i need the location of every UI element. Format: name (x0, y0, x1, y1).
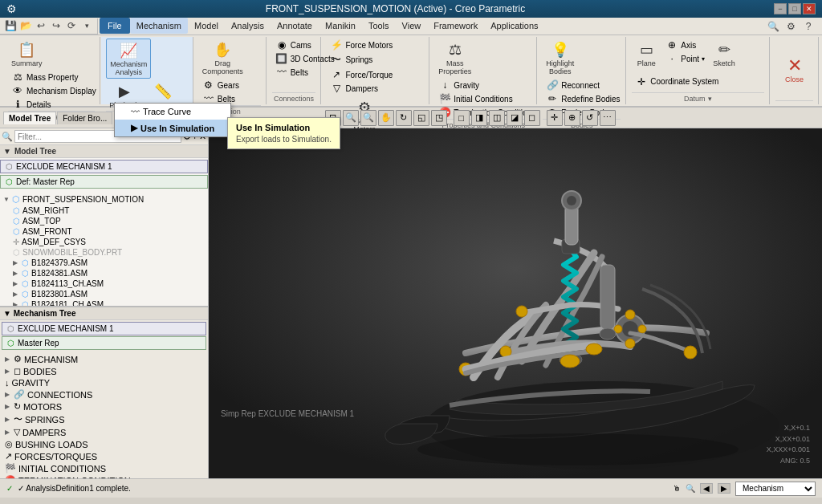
undo-qat-button[interactable]: ↩ (34, 18, 48, 33)
shading-button[interactable]: ◨ (471, 110, 487, 126)
menu-annotate[interactable]: Annotate (271, 18, 319, 34)
mech-item-motors[interactable]: ▶↻ MOTORS (2, 400, 206, 413)
plane-button[interactable]: ▭ Plane (632, 39, 661, 69)
tooltip-description: Export loads to Simulation. (236, 135, 332, 144)
view2-button[interactable]: ◳ (431, 110, 447, 126)
mech-item-bodies[interactable]: ▶◻ BODIES (2, 365, 206, 377)
zoom-out-button[interactable]: 🔍 (360, 110, 376, 126)
redo-qat-button[interactable]: ↪ (49, 18, 63, 33)
datum-display-button[interactable]: ✛ (547, 110, 563, 126)
tree-item-asm-right[interactable]: ⬡ ASM_RIGHT (2, 205, 206, 216)
settings-button[interactable]: ⚙ (783, 19, 798, 34)
force-motors-button[interactable]: ⚡Force Motors (327, 39, 396, 51)
display-mode-button[interactable]: □ (454, 110, 470, 126)
mechanism-selector[interactable]: Mechanism (735, 482, 816, 496)
mech-item-initial[interactable]: 🏁 INITIAL CONDITIONS (2, 462, 206, 474)
more-view-button[interactable]: ⋯ (600, 110, 616, 126)
belts-connections-button[interactable]: 〰Belts (272, 66, 311, 79)
menu-mechanism[interactable]: Mechanism (130, 18, 188, 34)
model-tree-tab[interactable]: Model Tree (3, 112, 56, 124)
menu-tools[interactable]: Tools (362, 18, 396, 34)
search-button[interactable]: 🔍 (766, 19, 780, 34)
initial-conditions-button[interactable]: 🏁Initial Conditions (435, 92, 539, 105)
mech-item-gravity[interactable]: ↓ GRAVITY (2, 377, 206, 388)
refresh-qat-button[interactable]: ⟳ (64, 18, 79, 33)
viewport[interactable]: Simp Rep EXCLUDE MECHANISM 1 X,X+0.1X,XX… (209, 128, 822, 478)
ribbon-group-properties: ⚖ MassProperties ↓Gravity 🏁Initial Condi… (430, 37, 537, 104)
tree-item-b1823801[interactable]: ▶⬡ B1823801.ASM (2, 289, 206, 299)
tree-item-asm-top[interactable]: ⬡ ASM_TOP (2, 216, 206, 226)
cams-button[interactable]: ◉Cams (272, 39, 315, 51)
mechanism-display-button[interactable]: 👁Mechanism Display (8, 84, 100, 97)
mech-item-springs[interactable]: ▶〜 SPRINGS (2, 413, 206, 426)
menu-view[interactable]: View (396, 18, 428, 34)
use-in-simulation-menu-item[interactable]: ▶ Use In Simulation (115, 120, 230, 136)
summary-button[interactable]: 📋 Summary (8, 39, 46, 69)
reconnect-button[interactable]: 🔗Reconnect (543, 79, 623, 91)
left-panel: 🔍 ⚙ + ✕ ▼ Model Tree ⬡ EXCLUDE MECHANISM… (0, 128, 209, 478)
view1-button[interactable]: ◱ (413, 110, 429, 126)
tree-item-b1824381[interactable]: ▶⬡ B1824381.ASM (2, 268, 206, 278)
folder-browser-tab[interactable]: Folder Bro... (57, 112, 112, 124)
minimize-button[interactable]: − (774, 3, 787, 14)
springs-button[interactable]: 〜Springs (327, 52, 396, 67)
mech-item-mechanism[interactable]: ▶⚙ MECHANISM (2, 353, 206, 365)
model-tree-collapse-icon[interactable]: ▼ (3, 147, 11, 156)
coordinate-system-button[interactable]: ✛Coordinate System (632, 75, 722, 88)
mech-item-dampers[interactable]: ▶▽ DAMPERS (2, 426, 206, 438)
menu-manikin[interactable]: Manikin (319, 18, 362, 34)
trace-curve-menu-item[interactable]: 〰 Trace Curve (115, 104, 230, 120)
pan-button[interactable]: ✋ (378, 110, 394, 126)
menu-analysis[interactable]: Analysis (225, 18, 271, 34)
gravity-button[interactable]: ↓Gravity (435, 79, 539, 91)
mech-item-connections[interactable]: ▶🔗 CONNECTIONS (2, 388, 206, 400)
tree-item-front-suspension[interactable]: ▼ ⬡ FRONT_SUSPENSION_MOTION (2, 193, 206, 205)
csys-display-button[interactable]: ⊕ (564, 110, 580, 126)
help-button[interactable]: ? (801, 19, 816, 34)
point-ribbon-button[interactable]: ·Point ▾ (662, 52, 708, 65)
close-ribbon-button[interactable]: ✕ Close (780, 55, 809, 85)
highlight-bodies-button[interactable]: 💡 HighlightBodies (543, 39, 577, 77)
details-button[interactable]: ℹDetails (8, 98, 100, 111)
tree-item-asm-front[interactable]: ⬡ ASM_FRONT (2, 226, 206, 237)
mass-properties-button[interactable]: ⚖ MassProperties (435, 39, 474, 77)
edge-button[interactable]: ◫ (489, 110, 505, 126)
use-in-simulation-label: Use In Simulation (140, 124, 214, 133)
menu-framework[interactable]: Framework (427, 18, 484, 34)
save-qat-button[interactable]: 💾 (3, 18, 18, 33)
datum-group-label[interactable]: Datum ▾ (632, 92, 764, 103)
tree-item-asm-def-csys[interactable]: ✛ ASM_DEF_CSYS (2, 237, 206, 247)
menu-applications[interactable]: Applications (484, 18, 544, 34)
wireframe-button[interactable]: ◻ (524, 110, 540, 126)
zoom-in-button[interactable]: 🔍 (343, 110, 359, 126)
maximize-button[interactable]: □ (788, 3, 801, 14)
force-torque-button[interactable]: ↗Force/Torque (327, 68, 396, 81)
exclude-label: EXCLUDE MECHANISM 1 (16, 162, 112, 171)
axis-button[interactable]: ⊕Axis (662, 39, 708, 51)
mechanism-analysis-button[interactable]: 📈 MechanismAnalysis (106, 39, 151, 79)
def-master-rep: ⬡ Def: Master Rep (0, 175, 208, 189)
nav-right-button[interactable]: ▶ (718, 483, 730, 494)
rotate-button[interactable]: ↻ (396, 110, 412, 126)
tree-item-b1824113[interactable]: ▶⬡ B1824113_CH.ASM (2, 278, 206, 289)
tree-item-b1824379[interactable]: ▶⬡ B1824379.ASM (2, 258, 206, 268)
mech-item-bushing[interactable]: ◎ BUSHING LOADS (2, 438, 206, 450)
close-window-button[interactable]: ✕ (803, 3, 816, 14)
more-qat-button[interactable]: ▾ (79, 18, 94, 33)
spin-button[interactable]: ↺ (582, 110, 598, 126)
menu-model[interactable]: Model (188, 18, 225, 34)
sketch-button[interactable]: ✏ Sketch (710, 39, 739, 69)
drag-components-button[interactable]: ✋ DragComponents (199, 39, 246, 77)
gears-button[interactable]: ⚙Gears (199, 79, 242, 91)
nav-left-button[interactable]: ◀ (700, 483, 713, 494)
tree-item-snowmobile-body[interactable]: ⬡ SNOWMOBILE_BODY.PRT (2, 247, 206, 258)
open-qat-button[interactable]: 📂 (18, 18, 33, 33)
dampers-button[interactable]: ▽Dampers (327, 82, 396, 95)
redefine-bodies-button[interactable]: ✏Redefine Bodies (543, 92, 623, 105)
mech-item-termination[interactable]: ⛔ TERMINATION CONDITION (2, 474, 206, 478)
tree-item-b1824181[interactable]: ▶⬡ B1824181_CH.ASM (2, 299, 206, 306)
menu-file[interactable]: File (100, 18, 130, 34)
mass-property-button[interactable]: ⚖Mass Property (8, 71, 100, 83)
no-hidden-button[interactable]: ◪ (507, 110, 523, 126)
mech-item-forces[interactable]: ↗ FORCES/TORQUES (2, 450, 206, 462)
